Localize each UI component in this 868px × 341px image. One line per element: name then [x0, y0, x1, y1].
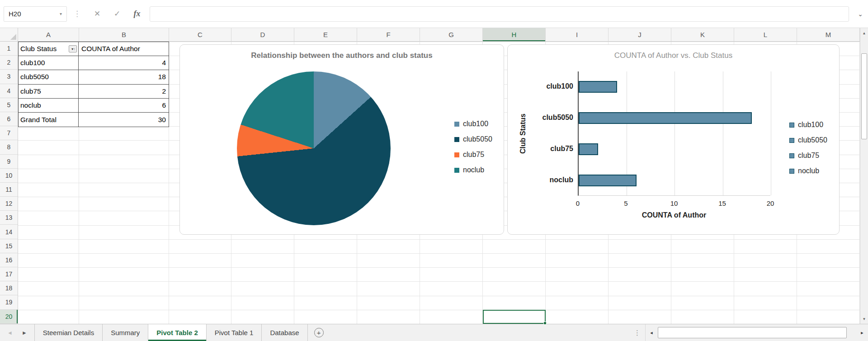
- formula-input[interactable]: [150, 6, 849, 22]
- column-header-H[interactable]: H: [483, 28, 546, 41]
- legend-item-club100[interactable]: club100: [454, 120, 492, 128]
- row-header-5[interactable]: 5: [0, 98, 18, 112]
- legend-label: noclub: [463, 166, 484, 174]
- column-header-F[interactable]: F: [357, 28, 420, 41]
- column-header-G[interactable]: G: [420, 28, 483, 41]
- row-header-18[interactable]: 18: [0, 281, 18, 295]
- sheet-tab-database[interactable]: Database: [262, 324, 307, 341]
- pivot-row: club752: [19, 85, 169, 99]
- pivot-cell-label[interactable]: club5050: [19, 70, 79, 84]
- pivot-cell-value[interactable]: 2: [79, 85, 169, 98]
- pivot-filter-sort-icon[interactable]: ▼↑: [69, 45, 77, 52]
- row-header-19[interactable]: 19: [0, 295, 18, 309]
- h-scroll-thumb[interactable]: [658, 327, 847, 338]
- bar-club5050[interactable]: [579, 112, 752, 124]
- bar-club75[interactable]: [579, 143, 598, 155]
- formula-bar-expand-icon[interactable]: ⌄: [854, 10, 866, 18]
- pivot-cell-value[interactable]: 4: [79, 56, 169, 70]
- row-header-13[interactable]: 13: [0, 211, 18, 225]
- category-label-club75: club75: [508, 145, 573, 153]
- legend-item-club75[interactable]: club75: [454, 151, 492, 159]
- pivot-header-club-status[interactable]: Club Status ▼↑: [19, 42, 79, 56]
- pivot-cell-label[interactable]: club100: [19, 56, 79, 70]
- pivot-cell-label[interactable]: noclub: [19, 99, 79, 112]
- select-all-corner[interactable]: [0, 28, 18, 41]
- h-scroll-track[interactable]: [657, 324, 856, 341]
- row-header-8[interactable]: 8: [0, 140, 18, 154]
- sheet-tab-summary[interactable]: Summary: [103, 324, 148, 341]
- column-header-B[interactable]: B: [79, 28, 169, 41]
- sheet-tab-pivot-table-1[interactable]: Pivot Table 1: [207, 324, 262, 341]
- legend-swatch: [789, 153, 794, 158]
- selected-cell[interactable]: [483, 310, 546, 324]
- row-header-14[interactable]: 14: [0, 225, 18, 239]
- pivot-cell-value[interactable]: 6: [79, 99, 169, 112]
- row-header-11[interactable]: 11: [0, 183, 18, 197]
- bar-noclub[interactable]: [579, 175, 637, 186]
- pivot-header-counta[interactable]: COUNTA of Author: [79, 42, 169, 56]
- h-scroll-left-icon[interactable]: ◄: [646, 324, 657, 341]
- pivot-cell-value[interactable]: 30: [79, 113, 169, 127]
- sheet-tab-steemian-details[interactable]: Steemian Details: [35, 324, 103, 341]
- column-header-L[interactable]: L: [734, 28, 797, 41]
- column-header-J[interactable]: J: [609, 28, 671, 41]
- row-header-2[interactable]: 2: [0, 56, 18, 70]
- row-header-16[interactable]: 16: [0, 253, 18, 267]
- name-box[interactable]: H20 ▾: [4, 6, 67, 22]
- legend-item-club100[interactable]: club100: [789, 121, 827, 129]
- name-box-value: H20: [9, 10, 21, 18]
- column-header-K[interactable]: K: [671, 28, 734, 41]
- bar-chart-title: COUNTA of Author vs. Club Status: [508, 51, 839, 60]
- legend-swatch: [789, 169, 794, 174]
- row-header-7[interactable]: 7: [0, 126, 18, 140]
- fill-handle[interactable]: [543, 322, 547, 325]
- pivot-cell-value[interactable]: 18: [79, 70, 169, 84]
- legend-item-club5050[interactable]: club5050: [454, 135, 492, 143]
- bar-chart-card[interactable]: COUNTA of Author vs. Club Status Club St…: [507, 44, 840, 235]
- column-header-C[interactable]: C: [169, 28, 231, 41]
- row-header-10[interactable]: 10: [0, 169, 18, 183]
- v-scrollbar[interactable]: ▲ ▼: [860, 28, 868, 324]
- v-scroll-down-icon[interactable]: ▼: [860, 314, 868, 324]
- row-header-17[interactable]: 17: [0, 267, 18, 281]
- cancel-icon[interactable]: ✕: [87, 9, 107, 19]
- h-scrollbar[interactable]: ◄ ►: [645, 324, 868, 341]
- sheet-tab-pivot-table-2[interactable]: Pivot Table 2: [148, 324, 206, 341]
- legend-item-noclub[interactable]: noclub: [789, 167, 827, 175]
- v-scroll-thumb[interactable]: [861, 53, 867, 139]
- column-header-row: ABCDEFGHIJKLM: [0, 28, 860, 42]
- column-header-D[interactable]: D: [231, 28, 294, 41]
- confirm-icon[interactable]: ✓: [107, 9, 127, 19]
- add-sheet-button[interactable]: +: [314, 328, 324, 337]
- column-header-E[interactable]: E: [294, 28, 357, 41]
- tab-bar-dots-icon[interactable]: ⋮: [634, 324, 641, 341]
- cells-area[interactable]: Club Status ▼↑ COUNTA of Author club1004…: [18, 42, 860, 324]
- pivot-cell-label[interactable]: club75: [19, 85, 79, 98]
- name-box-dropdown-icon[interactable]: ▾: [60, 11, 62, 16]
- v-scroll-up-icon[interactable]: ▲: [860, 28, 868, 38]
- row-header-6[interactable]: 6: [0, 112, 18, 126]
- h-scroll-right-icon[interactable]: ►: [856, 324, 868, 341]
- row-header-15[interactable]: 15: [0, 239, 18, 253]
- row-header-9[interactable]: 9: [0, 155, 18, 169]
- legend-item-club75[interactable]: club75: [789, 152, 827, 160]
- row-header-3[interactable]: 3: [0, 70, 18, 84]
- pie-chart-card[interactable]: Relationship between the authors and clu…: [179, 44, 504, 235]
- sheet-nav-left-icon[interactable]: ◄: [7, 330, 13, 336]
- pie-chart: [237, 71, 391, 225]
- row-header-20[interactable]: 20: [0, 310, 18, 324]
- legend-item-noclub[interactable]: noclub: [454, 166, 492, 174]
- legend-item-club5050[interactable]: club5050: [789, 136, 827, 144]
- column-header-I[interactable]: I: [546, 28, 609, 41]
- column-header-A[interactable]: A: [18, 28, 79, 41]
- x-tick-label: 15: [713, 199, 731, 207]
- bar-legend: club100club5050club75noclub: [789, 121, 827, 175]
- row-header-12[interactable]: 12: [0, 197, 18, 211]
- bar-club100[interactable]: [579, 81, 617, 93]
- row-header-1[interactable]: 1: [0, 42, 18, 56]
- pivot-cell-label[interactable]: Grand Total: [19, 113, 79, 127]
- insert-function-icon[interactable]: fx: [127, 9, 147, 19]
- sheet-nav-right-icon[interactable]: ►: [22, 330, 27, 336]
- row-header-4[interactable]: 4: [0, 84, 18, 98]
- column-header-M[interactable]: M: [797, 28, 860, 41]
